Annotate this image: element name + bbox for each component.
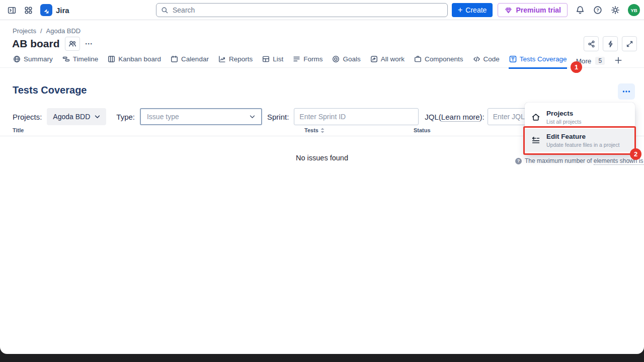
app-grid-icon <box>24 6 33 15</box>
tab-goals[interactable]: Goals <box>332 52 360 69</box>
breadcrumb: Projects / Agoda BDD <box>13 27 80 35</box>
premium-trial-button[interactable]: Premium trial <box>498 3 568 17</box>
timeline-icon <box>62 55 70 63</box>
tab-timeline[interactable]: Timeline <box>62 52 99 69</box>
jql-learn-more-link[interactable]: Learn more <box>441 113 480 122</box>
breadcrumb-project-link[interactable]: Agoda BDD <box>46 27 81 35</box>
svg-text:?: ? <box>596 8 599 13</box>
board-columns-icon <box>107 55 116 63</box>
chart-icon <box>218 55 226 63</box>
tests-coverage-icon <box>509 55 517 63</box>
jira-home-link[interactable]: Jira <box>40 4 69 16</box>
section-heading: Tests Coverage <box>13 84 87 96</box>
lightning-icon <box>606 40 615 48</box>
tab-summary[interactable]: Summary <box>13 52 53 69</box>
sprint-filter-label: Sprint: <box>267 113 289 121</box>
question-icon: ? <box>593 5 603 15</box>
tab-reports[interactable]: Reports <box>218 52 253 69</box>
more-count-badge: 5 <box>595 57 605 65</box>
annotation-step-1: 1 <box>571 61 582 73</box>
expand-icon <box>625 40 634 48</box>
automation-button[interactable] <box>603 36 618 51</box>
tab-components[interactable]: Components <box>414 52 463 69</box>
sprint-id-input[interactable] <box>294 108 419 125</box>
tab-tests-coverage[interactable]: Tests Coverage <box>509 52 567 69</box>
column-header-tests[interactable]: Tests <box>304 127 325 133</box>
create-button[interactable]: + Create <box>452 3 493 17</box>
tests-coverage-dropdown-menu: Projects List all projects Edit Feature … <box>525 103 635 155</box>
share-icon <box>587 40 596 48</box>
sidebar-toggle-button[interactable] <box>7 6 17 15</box>
sort-icon <box>320 128 325 133</box>
search-input[interactable] <box>156 3 448 17</box>
search-icon <box>160 6 169 15</box>
notifications-button[interactable] <box>575 5 585 15</box>
app-switcher-button[interactable] <box>24 6 33 15</box>
tab-kanban-board[interactable]: Kanban board <box>107 52 161 69</box>
ellipsis-icon <box>622 90 630 93</box>
annotation-step-2: 2 <box>630 148 641 160</box>
bell-icon <box>575 5 585 15</box>
column-header-status: Status <box>414 127 431 133</box>
plus-icon: + <box>458 6 462 14</box>
info-question-icon: ? <box>515 158 522 164</box>
lines-icon <box>292 55 301 63</box>
code-icon <box>472 55 481 63</box>
jira-logo-icon <box>40 4 52 16</box>
tab-all-work[interactable]: All work <box>370 52 405 69</box>
chevron-down-icon <box>250 115 255 119</box>
gem-icon <box>504 6 513 15</box>
issue-type-select[interactable]: Issue type <box>140 108 262 125</box>
filter-bar: Projects: Agoda BDD Type: Issue type Spr… <box>13 108 601 125</box>
page-title: AB board <box>12 38 60 50</box>
app-name: Jira <box>56 6 69 15</box>
briefcase-icon <box>414 55 422 63</box>
share-button[interactable] <box>584 36 599 51</box>
all-work-icon <box>370 55 378 63</box>
target-icon <box>332 55 340 63</box>
plus-icon <box>614 56 623 65</box>
settings-button[interactable] <box>610 5 620 15</box>
column-header-title: Title <box>13 127 24 133</box>
house-icon <box>531 112 541 122</box>
edit-feature-icon <box>531 135 541 145</box>
user-avatar[interactable]: YB <box>628 4 640 16</box>
add-view-button[interactable] <box>614 56 623 69</box>
max-elements-note: ? The maximum number of elements shown i… <box>515 157 644 164</box>
tab-list[interactable]: List <box>262 52 283 69</box>
projects-filter-label: Projects: <box>13 113 42 121</box>
breadcrumb-separator: / <box>40 27 42 35</box>
tab-calendar[interactable]: Calendar <box>170 52 209 69</box>
chevron-down-icon <box>95 115 100 119</box>
calendar-icon <box>170 55 179 63</box>
jql-filter-label: JQL(Learn more): <box>425 113 484 121</box>
people-icon <box>68 39 77 48</box>
board-tabbar: Summary Timeline Kanban board Calendar R… <box>13 52 623 69</box>
tab-code[interactable]: Code <box>472 52 500 69</box>
breadcrumb-projects-link[interactable]: Projects <box>13 27 36 35</box>
globe-icon <box>13 55 21 63</box>
help-button[interactable]: ? <box>593 5 603 15</box>
board-more-actions-button[interactable]: ⋯ <box>85 39 93 48</box>
tests-coverage-menu-button[interactable] <box>618 83 635 100</box>
tab-forms[interactable]: Forms <box>292 52 323 69</box>
board-members-button[interactable] <box>65 37 80 51</box>
menu-item-edit-feature[interactable]: Edit Feature Update feature files in a p… <box>525 129 635 152</box>
jira-window: Jira + Create Premium trial <box>0 0 644 354</box>
fullscreen-button[interactable] <box>622 36 637 51</box>
table-icon <box>262 55 270 63</box>
gear-icon <box>610 5 620 15</box>
type-filter-label: Type: <box>116 113 135 121</box>
top-navigation-bar: Jira + Create Premium trial <box>0 0 644 20</box>
sidebar-collapse-icon <box>7 6 17 15</box>
project-select[interactable]: Agoda BDD <box>47 108 106 125</box>
menu-item-projects[interactable]: Projects List all projects <box>525 106 635 129</box>
